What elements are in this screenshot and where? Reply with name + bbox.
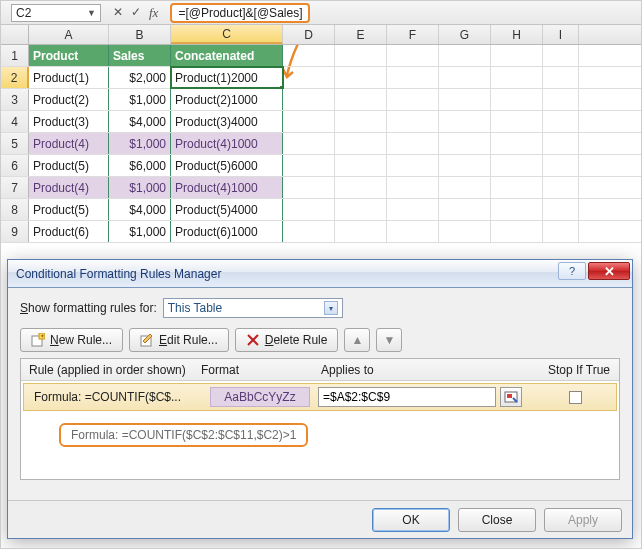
cell[interactable] (543, 155, 579, 176)
cell[interactable] (491, 89, 543, 110)
cell[interactable] (335, 133, 387, 154)
cell-product[interactable]: Product(5) (29, 199, 109, 220)
cell[interactable] (439, 177, 491, 198)
cell-product[interactable]: Product(1) (29, 67, 109, 88)
ok-button[interactable]: OK (372, 508, 450, 532)
cell[interactable] (491, 221, 543, 242)
apply-button[interactable]: Apply (544, 508, 622, 532)
cell[interactable] (387, 221, 439, 242)
cell[interactable] (387, 89, 439, 110)
row-header[interactable]: 8 (1, 199, 29, 220)
cell[interactable] (439, 89, 491, 110)
name-box[interactable]: C2 ▼ (11, 4, 101, 22)
cell[interactable] (491, 133, 543, 154)
cell-concat[interactable]: Product(3)4000 (171, 111, 283, 132)
cell-product[interactable]: Product(6) (29, 221, 109, 242)
cell[interactable] (439, 111, 491, 132)
stop-if-true-checkbox[interactable] (569, 391, 582, 404)
cell[interactable] (491, 45, 543, 66)
cell-concat[interactable]: Product(1)2000 (171, 67, 283, 88)
cell[interactable] (491, 111, 543, 132)
fx-icon[interactable]: fx (149, 5, 158, 21)
cell-sales[interactable]: $1,000 (109, 177, 171, 198)
cell[interactable] (439, 133, 491, 154)
row-header[interactable]: 7 (1, 177, 29, 198)
scope-select[interactable]: This Table ▾ (163, 298, 343, 318)
cell-concat[interactable]: Product(2)1000 (171, 89, 283, 110)
cell[interactable] (387, 45, 439, 66)
cell[interactable] (491, 177, 543, 198)
cell[interactable] (387, 67, 439, 88)
cell[interactable] (491, 199, 543, 220)
cell[interactable] (543, 111, 579, 132)
cell-concat[interactable]: Product(5)6000 (171, 155, 283, 176)
cell-sales[interactable]: $2,000 (109, 67, 171, 88)
header-sales[interactable]: Sales (109, 45, 171, 66)
cell-sales[interactable]: $1,000 (109, 221, 171, 242)
cell[interactable] (335, 67, 387, 88)
cell[interactable] (491, 155, 543, 176)
cell[interactable] (283, 111, 335, 132)
cell[interactable] (491, 67, 543, 88)
cell[interactable] (543, 199, 579, 220)
cell-product[interactable]: Product(2) (29, 89, 109, 110)
cell[interactable] (543, 133, 579, 154)
cell[interactable] (543, 177, 579, 198)
cell[interactable] (335, 89, 387, 110)
cell[interactable] (283, 199, 335, 220)
cell-sales[interactable]: $4,000 (109, 199, 171, 220)
col-header-g[interactable]: G (439, 25, 491, 44)
cell[interactable] (335, 45, 387, 66)
cell[interactable] (543, 67, 579, 88)
row-header[interactable]: 9 (1, 221, 29, 242)
row-header[interactable]: 3 (1, 89, 29, 110)
cell[interactable] (283, 67, 335, 88)
edit-rule-button[interactable]: Edit Rule... (129, 328, 229, 352)
row-header[interactable]: 5 (1, 133, 29, 154)
cell[interactable] (439, 67, 491, 88)
close-dialog-button[interactable]: Close (458, 508, 536, 532)
move-down-button[interactable]: ▼ (376, 328, 402, 352)
delete-rule-button[interactable]: Delete Rule (235, 328, 339, 352)
col-header-e[interactable]: E (335, 25, 387, 44)
col-header-h[interactable]: H (491, 25, 543, 44)
help-button[interactable]: ? (558, 262, 586, 280)
cell-concat[interactable]: Product(4)1000 (171, 133, 283, 154)
cell[interactable] (543, 221, 579, 242)
row-header[interactable]: 6 (1, 155, 29, 176)
new-rule-button[interactable]: ✦ New Rule... (20, 328, 123, 352)
cell[interactable] (283, 155, 335, 176)
cell[interactable] (439, 155, 491, 176)
range-picker-button[interactable] (500, 387, 522, 407)
rule-row[interactable]: Formula: =COUNTIF($C$... AaBbCcYyZz (23, 383, 617, 411)
row-header[interactable]: 4 (1, 111, 29, 132)
col-header-f[interactable]: F (387, 25, 439, 44)
cell[interactable] (283, 221, 335, 242)
cell[interactable] (387, 177, 439, 198)
cell[interactable] (283, 177, 335, 198)
cell[interactable] (283, 89, 335, 110)
cell-sales[interactable]: $6,000 (109, 155, 171, 176)
cell-product[interactable]: Product(5) (29, 155, 109, 176)
row-header[interactable]: 1 (1, 45, 29, 66)
cell[interactable] (439, 45, 491, 66)
header-concat[interactable]: Concatenated (171, 45, 283, 66)
col-header-a[interactable]: A (29, 25, 109, 44)
cell-sales[interactable]: $4,000 (109, 111, 171, 132)
applies-to-input[interactable] (318, 387, 496, 407)
cell[interactable] (335, 221, 387, 242)
cell[interactable] (335, 199, 387, 220)
cell[interactable] (335, 155, 387, 176)
col-header-i[interactable]: I (543, 25, 579, 44)
cell[interactable] (439, 221, 491, 242)
row-header[interactable]: 2 (1, 67, 29, 88)
accept-icon[interactable]: ✓ (131, 5, 141, 21)
cell[interactable] (387, 111, 439, 132)
cell[interactable] (387, 155, 439, 176)
cell[interactable] (387, 199, 439, 220)
dialog-titlebar[interactable]: Conditional Formatting Rules Manager ? ✕ (8, 260, 632, 288)
col-header-c[interactable]: C (171, 25, 283, 44)
cell-product[interactable]: Product(4) (29, 133, 109, 154)
cancel-icon[interactable]: ✕ (113, 5, 123, 21)
cell[interactable] (439, 199, 491, 220)
